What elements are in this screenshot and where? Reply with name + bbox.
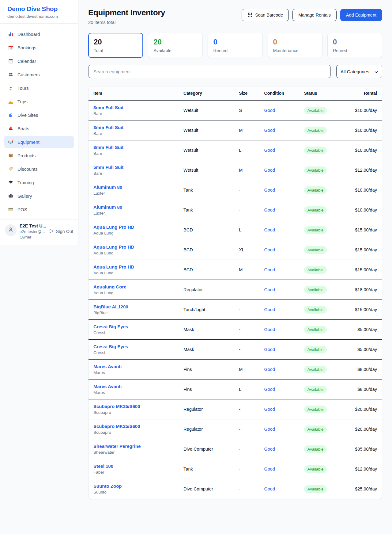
size-cell: - bbox=[234, 200, 259, 220]
sidebar-item-dive-sites[interactable]: Dive Sites bbox=[4, 109, 74, 121]
items-total-subtitle: 20 items total bbox=[88, 20, 165, 25]
sidebar-item-products[interactable]: Products bbox=[4, 149, 74, 162]
rental-cell: $12.00/day bbox=[345, 160, 382, 180]
condition-link[interactable]: Good bbox=[264, 427, 275, 432]
status-badge: Available bbox=[304, 485, 327, 493]
sidebar-item-gallery[interactable]: Gallery bbox=[4, 190, 74, 202]
condition-link[interactable]: Good bbox=[264, 467, 275, 471]
rental-cell: $10.00/day bbox=[345, 120, 382, 140]
sidebar-item-label: Calendar bbox=[17, 59, 36, 64]
sidebar-item-label: POS bbox=[17, 207, 27, 212]
manage-rentals-button[interactable]: Manage Rentals bbox=[292, 9, 337, 21]
item-name-link[interactable]: Suunto Zoop bbox=[93, 483, 174, 489]
item-name-link[interactable]: Mares Avanti bbox=[93, 384, 174, 389]
sidebar-item-bookings[interactable]: 17 Bookings bbox=[4, 41, 74, 54]
category-select[interactable]: All Categories bbox=[336, 65, 382, 78]
item-name-link[interactable]: Aluminum 80 bbox=[93, 185, 174, 190]
item-name-link[interactable]: Shearwater Peregrine bbox=[93, 444, 174, 449]
sidebar-item-dashboard[interactable]: Dashboard bbox=[4, 28, 74, 40]
sidebar-item-discounts[interactable]: Discounts bbox=[4, 163, 74, 175]
rental-cell: $20.00/day bbox=[345, 399, 382, 419]
condition-link[interactable]: Good bbox=[264, 148, 275, 153]
sidebar-item-trips[interactable]: Trips bbox=[4, 95, 74, 108]
sidebar-nav: Dashboard 17 Bookings Calendar Customers… bbox=[0, 24, 78, 219]
item-name-link[interactable]: 3mm Full Suit bbox=[93, 125, 174, 130]
item-brand: Aqua Lung bbox=[93, 251, 174, 255]
item-name-link[interactable]: Aqua Lung Pro HD bbox=[93, 264, 174, 269]
condition-link[interactable]: Good bbox=[264, 188, 275, 193]
table-row: Cressi Big Eyes Cressi Mask - Good Avail… bbox=[89, 340, 382, 360]
sidebar-item-pos[interactable]: POS bbox=[4, 203, 74, 216]
condition-link[interactable]: Good bbox=[264, 486, 275, 491]
item-name-link[interactable]: BigBlue AL1200 bbox=[93, 304, 174, 309]
condition-link[interactable]: Good bbox=[264, 208, 275, 212]
sidebar-item-calendar[interactable]: Calendar bbox=[4, 55, 74, 67]
stat-card-rented[interactable]: 0 Rented bbox=[208, 33, 262, 58]
condition-link[interactable]: Good bbox=[264, 108, 275, 113]
category-cell: Regulator bbox=[179, 399, 234, 419]
condition-link[interactable]: Good bbox=[264, 128, 275, 133]
wave-icon bbox=[8, 112, 13, 118]
sidebar-item-equipment[interactable]: Equipment bbox=[4, 136, 74, 148]
sidebar-item-boats[interactable]: Boats bbox=[4, 122, 74, 135]
condition-link[interactable]: Good bbox=[264, 407, 275, 412]
item-brand: Suunto bbox=[93, 490, 174, 494]
condition-link[interactable]: Good bbox=[264, 387, 275, 392]
item-name-link[interactable]: Scubapro MK25/S600 bbox=[93, 424, 174, 429]
condition-link[interactable]: Good bbox=[264, 287, 275, 292]
search-input[interactable] bbox=[88, 65, 331, 78]
stat-card-retired[interactable]: 0 Retired bbox=[327, 33, 382, 58]
item-name-link[interactable]: 3mm Full Suit bbox=[93, 145, 174, 150]
item-brand: Aqua Lung bbox=[93, 231, 174, 235]
condition-link[interactable]: Good bbox=[264, 367, 275, 372]
sailboat-icon bbox=[8, 126, 13, 131]
condition-link[interactable]: Good bbox=[264, 327, 275, 332]
size-cell: - bbox=[234, 300, 259, 320]
sidebar: Demo Dive Shop demo.test.divestreams.com… bbox=[0, 0, 78, 245]
status-badge: Available bbox=[304, 107, 327, 114]
condition-link[interactable]: Good bbox=[264, 247, 275, 252]
stat-card-total[interactable]: 20 Total bbox=[88, 33, 143, 58]
condition-link[interactable]: Good bbox=[264, 168, 275, 173]
category-select-value: All Categories bbox=[341, 69, 369, 74]
item-name-link[interactable]: 5mm Full Suit bbox=[93, 165, 174, 170]
size-cell: - bbox=[234, 320, 259, 340]
sidebar-item-customers[interactable]: Customers bbox=[4, 68, 74, 81]
condition-link[interactable]: Good bbox=[264, 347, 275, 352]
stat-value: 20 bbox=[153, 38, 197, 46]
rental-cell: $10.00/day bbox=[345, 180, 382, 200]
table-row: Scubapro MK25/S600 Scubapro Regulator - … bbox=[89, 419, 382, 439]
item-name-link[interactable]: 3mm Full Suit bbox=[93, 105, 174, 110]
sign-out-button[interactable]: Sign Out bbox=[49, 228, 73, 235]
condition-link[interactable]: Good bbox=[264, 267, 275, 272]
item-name-link[interactable]: Steel 100 bbox=[93, 463, 174, 469]
stat-card-available[interactable]: 20 Available bbox=[148, 33, 203, 58]
stat-card-maintenance[interactable]: 0 Maintenance bbox=[268, 33, 322, 58]
item-name-link[interactable]: Cressi Big Eyes bbox=[93, 324, 174, 329]
item-name-link[interactable]: Cressi Big Eyes bbox=[93, 344, 174, 349]
item-brand: Aqua Lung bbox=[93, 271, 174, 275]
item-name-link[interactable]: Aluminum 80 bbox=[93, 204, 174, 210]
barcode-scan-icon bbox=[247, 12, 252, 18]
rental-cell: $10.00/day bbox=[345, 140, 382, 160]
category-cell: Torch/Light bbox=[179, 300, 234, 320]
item-name-link[interactable]: Aqua Lung Pro HD bbox=[93, 224, 174, 230]
item-name-link[interactable]: Mares Avanti bbox=[93, 364, 174, 369]
size-cell: - bbox=[234, 459, 259, 479]
size-cell: M bbox=[234, 260, 259, 280]
condition-link[interactable]: Good bbox=[264, 447, 275, 452]
category-cell: Wetsuit bbox=[179, 120, 234, 140]
sidebar-item-tours[interactable]: Tours bbox=[4, 82, 74, 94]
add-equipment-button[interactable]: Add Equipment bbox=[340, 9, 382, 21]
condition-link[interactable]: Good bbox=[264, 227, 275, 232]
stat-label: Retired bbox=[333, 48, 377, 53]
item-name-link[interactable]: Scubapro MK25/S600 bbox=[93, 404, 174, 409]
scan-barcode-button[interactable]: Scan Barcode bbox=[242, 9, 289, 21]
equipment-table-card: Item Category Size Condition Status Rent… bbox=[88, 86, 382, 499]
condition-link[interactable]: Good bbox=[264, 307, 275, 312]
item-name-link[interactable]: Aqua Lung Pro HD bbox=[93, 244, 174, 250]
sidebar-item-training[interactable]: Training bbox=[4, 176, 74, 189]
column-header-size: Size bbox=[234, 86, 259, 100]
item-name-link[interactable]: Aqualung Core bbox=[93, 284, 174, 289]
svg-text:17: 17 bbox=[9, 47, 12, 49]
